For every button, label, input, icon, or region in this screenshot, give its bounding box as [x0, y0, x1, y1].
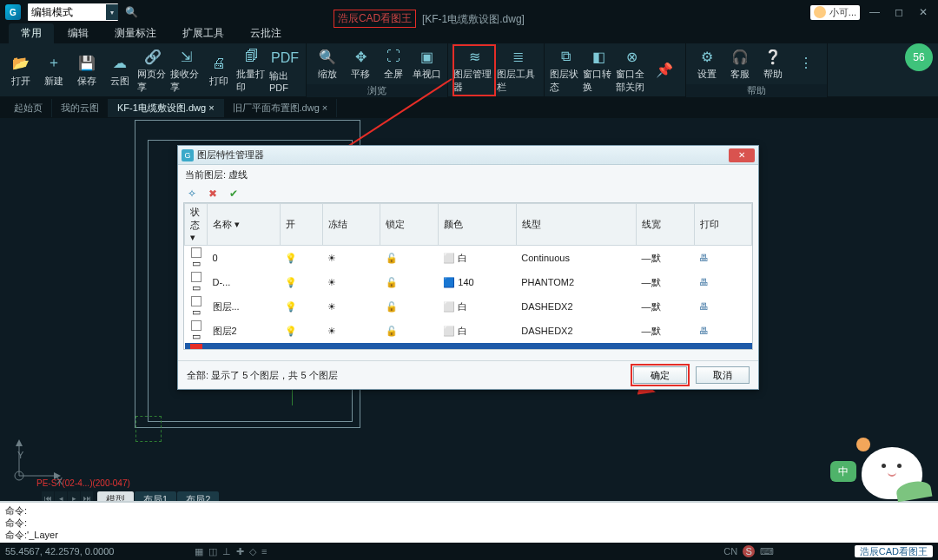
cell: 💡 [280, 246, 322, 271]
cell: ▭ [185, 319, 208, 343]
layer-row[interactable]: ▭虚线💡☀🔓🟦 140DASHED2—默🖶 [185, 343, 752, 350]
ribbon-service-button[interactable]: 🎧客服 [724, 45, 756, 82]
ribbon-layertoolbar-button[interactable]: ≣图层工具栏 [497, 45, 538, 96]
ribbon-more-button[interactable]: ⋮ [790, 52, 822, 76]
ribbon-pdf-button[interactable]: PDF输出PDF [269, 47, 301, 95]
menu-tab[interactable]: 扩展工具 [170, 23, 236, 43]
dialog-titlebar[interactable]: G图层特性管理器 ✕ [178, 146, 758, 165]
ribbon-new-button[interactable]: ＋新建 [38, 52, 69, 89]
ribbon-group-label: 浏览 [307, 84, 447, 97]
col-header[interactable]: 线型 [516, 204, 636, 246]
col-header[interactable]: 开 [280, 204, 322, 246]
col-header[interactable]: 锁定 [380, 204, 438, 246]
mascot[interactable]: 中 [809, 430, 931, 499]
ribbon-help-button[interactable]: ❔帮助 [757, 45, 789, 82]
help-icon: ❔ [763, 47, 783, 66]
cell: 图层... [208, 294, 281, 319]
close-button[interactable]: ✕ [914, 4, 933, 20]
layer-row[interactable]: ▭图层...💡☀🔓⬜ 白DASHEDX2—默🖶 [185, 294, 752, 319]
osnap-toggle[interactable]: ◇ [249, 546, 256, 557]
mode-dropdown[interactable]: ▾ [28, 3, 118, 21]
layer-summary: 全部: 显示了 5 个图层，共 5 个图层 [187, 369, 338, 382]
chevron-down-icon[interactable]: ▾ [106, 4, 118, 20]
ribbon-batchprint-button[interactable]: 🗐批量打印 [236, 45, 268, 96]
ribbon-fullscreen-button[interactable]: ⛶全屏 [378, 45, 409, 82]
ribbon-open-button[interactable]: 📂打开 [5, 52, 36, 89]
layer-grid[interactable]: 状态 ▾名称 ▾开冻结锁定颜色线型线宽打印 ▭0💡☀🔓⬜ 白Continuous… [183, 202, 753, 350]
col-header[interactable]: 状态 ▾ [185, 204, 208, 246]
ribbon-label: 输出PDF [269, 69, 301, 93]
maximize-button[interactable]: ◻ [889, 4, 908, 20]
mode-input[interactable] [28, 4, 106, 20]
menu-tab[interactable]: 测量标注 [102, 23, 168, 43]
menu-tab[interactable]: 常用 [9, 23, 54, 43]
grid-toggle[interactable]: ◫ [208, 546, 217, 557]
ribbon-save-button[interactable]: 💾保存 [71, 52, 102, 89]
ime-kb-icon[interactable]: ⌨ [760, 546, 774, 557]
polar-toggle[interactable]: ✚ [236, 546, 244, 557]
ime-s-icon[interactable]: S [743, 545, 755, 557]
cell: 🖶 [694, 270, 751, 294]
set-current-icon[interactable]: ✔ [227, 187, 241, 201]
ribbon-pan-button[interactable]: ✥平移 [345, 45, 376, 82]
cancel-button[interactable]: 取消 [696, 366, 750, 384]
command-line[interactable]: 命令: 命令: 命令:'_Layer [0, 501, 938, 543]
cell: ▭ [185, 246, 208, 271]
ortho-toggle[interactable]: ⊥ [222, 546, 231, 557]
ribbon-label: 打印 [209, 75, 228, 88]
ribbon-label: 图层管理器 [453, 68, 495, 94]
cell: Continuous [516, 246, 636, 271]
app-logo-icon: G [5, 4, 21, 20]
col-header[interactable]: 冻结 [322, 204, 380, 246]
pin-icon: 📌 [654, 60, 675, 79]
cell: 🖶 [694, 246, 751, 271]
cell: 💡 [280, 270, 322, 294]
cell: D-... [208, 270, 281, 294]
ribbon-layermgr-button[interactable]: ≋图层管理器 [453, 45, 495, 96]
user-chip[interactable]: 小可... [810, 5, 860, 20]
ribbon-webshare-button[interactable]: 🔗网页分享 [137, 45, 168, 96]
col-header[interactable]: 名称 ▾ [208, 204, 281, 246]
ribbon-zoom-button[interactable]: 🔍缩放 [312, 45, 343, 82]
delete-layer-icon[interactable]: ✖ [206, 187, 220, 201]
col-header[interactable]: 颜色 [438, 204, 516, 246]
ribbon-cloud-button[interactable]: ☁云图 [104, 52, 135, 89]
menu-tab[interactable]: 编辑 [56, 23, 101, 43]
quick-search-icon[interactable]: 🔍 [125, 6, 138, 18]
notification-badge[interactable]: 56 [905, 43, 933, 71]
pan-icon: ✥ [350, 47, 371, 66]
layer-row[interactable]: ▭0💡☀🔓⬜ 白Continuous—默🖶 [185, 246, 752, 271]
col-header[interactable]: 打印 [694, 204, 751, 246]
ribbon-layerstate-button[interactable]: ⧉图层状态 [550, 45, 581, 96]
snap-toggle[interactable]: ▦ [195, 546, 203, 557]
lineweight-toggle[interactable]: ≡ [261, 546, 267, 557]
cell: 💡 [280, 343, 322, 350]
ribbon-print-button[interactable]: 🖨打印 [203, 52, 234, 89]
cell: —默 [637, 343, 694, 350]
ribbon-settings-button[interactable]: ⚙设置 [691, 45, 723, 82]
ribbon-recvshare-button[interactable]: ⇲接收分享 [170, 45, 201, 96]
ribbon-label: 图层工具栏 [497, 68, 538, 94]
ribbon-closeall-button[interactable]: ⊗窗口全部关闭 [616, 45, 647, 96]
ime-cn-icon[interactable]: CN [723, 546, 737, 557]
dialog-close-button[interactable]: ✕ [729, 148, 755, 162]
cell: 🔓 [380, 270, 438, 294]
layer-row[interactable]: ▭图层2💡☀🔓⬜ 白DASHEDX2—默🖶 [185, 319, 752, 343]
col-header[interactable]: 线宽 [637, 204, 694, 246]
ok-button[interactable]: 确定 [633, 366, 687, 384]
layer-row[interactable]: ▭D-...💡☀🔓🟦 140PHANTOM2—默🖶 [185, 270, 752, 294]
menu-tab[interactable]: 云批注 [238, 23, 294, 43]
ribbon-label: 帮助 [763, 68, 783, 81]
new-layer-icon[interactable]: ✧ [185, 187, 199, 201]
cell: ☀ [322, 294, 380, 319]
ribbon-single-button[interactable]: ▣单视口 [411, 45, 442, 82]
doc-tab[interactable]: KF-1电缆敷设图.dwg × [109, 99, 224, 117]
cell: —默 [637, 319, 694, 343]
doc-tab[interactable]: 我的云图 [52, 99, 109, 117]
minimize-button[interactable]: — [865, 4, 884, 20]
doc-tab[interactable]: 旧厂平面布置图.dwg × [224, 99, 338, 117]
document-tabs: 起始页我的云图KF-1电缆敷设图.dwg ×旧厂平面布置图.dwg × [0, 97, 938, 118]
doc-tab[interactable]: 起始页 [5, 99, 52, 117]
ribbon-winswitch-button[interactable]: ◧窗口转换 [583, 45, 614, 96]
ribbon-pin-button[interactable]: 📌 [649, 58, 680, 82]
